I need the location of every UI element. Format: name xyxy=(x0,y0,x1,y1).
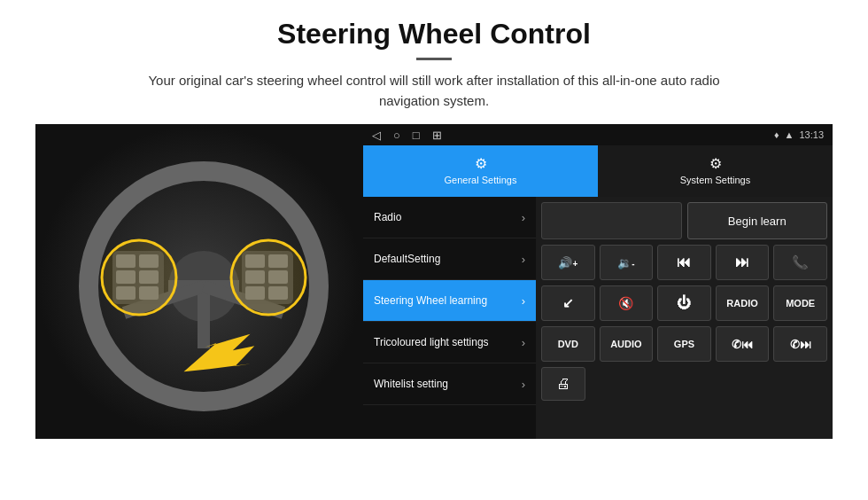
begin-learn-button[interactable]: Begin learn xyxy=(687,202,828,239)
chevron-icon-steering: › xyxy=(522,294,525,308)
gear-icon: ⚙ xyxy=(475,155,487,172)
tab-system[interactable]: ⚙ System Settings xyxy=(598,145,833,197)
power-icon: ⏻ xyxy=(677,295,691,311)
phone-next-button[interactable]: ✆⏭ xyxy=(773,326,827,362)
right-panel: Begin learn 🔊+ 🔉- ⏮ xyxy=(536,197,833,439)
page-title: Steering Wheel Control xyxy=(35,18,833,51)
prev-button[interactable]: ⏮ xyxy=(657,245,711,280)
menu-list: Radio › DefaultSetting › Steering Wheel … xyxy=(363,197,536,439)
menu-label-tricoloured: Tricoloured light settings xyxy=(374,336,489,348)
answer-button[interactable]: ↙ xyxy=(541,285,595,321)
phone-next-icon: ✆⏭ xyxy=(790,338,811,351)
mute-button[interactable]: 🔇 xyxy=(600,285,654,321)
menu-item-whitelist[interactable]: Whitelist setting › xyxy=(363,363,536,405)
back-icon[interactable]: ◁ xyxy=(372,129,381,142)
mode-button[interactable]: MODE xyxy=(773,285,827,321)
audio-label: AUDIO xyxy=(610,339,641,349)
phone-prev-icon: ✆⏮ xyxy=(732,338,753,351)
wheel-svg xyxy=(75,158,332,415)
function-buttons-row1: 🔊+ 🔉- ⏮ ⏭ 📞 xyxy=(541,245,827,280)
next-button[interactable]: ⏭ xyxy=(716,245,770,280)
status-bar: ◁ ○ □ ⊞ ♦ ▲ 13:13 xyxy=(363,124,833,145)
call-icon: 📞 xyxy=(792,254,809,270)
system-icon: ⚙ xyxy=(709,155,722,172)
begin-learn-row: Begin learn xyxy=(541,202,827,239)
tabs-row: ⚙ General Settings ⚙ System Settings xyxy=(363,145,833,197)
recent-icon[interactable]: □ xyxy=(413,129,420,142)
wifi-icon: ▲ xyxy=(785,129,794,140)
mute-icon: 🔇 xyxy=(618,296,633,310)
radio-label: RADIO xyxy=(726,298,757,309)
menu-label-steering: Steering Wheel learning xyxy=(374,294,487,307)
menu-item-radio[interactable]: Radio › xyxy=(363,197,536,238)
gps-label: GPS xyxy=(674,339,694,349)
content-area: ◁ ○ □ ⊞ ♦ ▲ 13:13 ⚙ General Settings xyxy=(35,124,833,439)
grid-icon[interactable]: ⊞ xyxy=(432,129,442,142)
audio-button[interactable]: AUDIO xyxy=(600,326,654,362)
chevron-icon-tricoloured: › xyxy=(522,336,525,349)
gps-button[interactable]: GPS xyxy=(657,326,711,362)
svg-point-21 xyxy=(231,240,306,315)
menu-label-radio: Radio xyxy=(374,211,401,223)
power-button[interactable]: ⏻ xyxy=(657,285,711,321)
page-subtitle: Your original car's steering wheel contr… xyxy=(124,71,744,111)
menu-content-area: Radio › DefaultSetting › Steering Wheel … xyxy=(363,197,833,439)
menu-item-default[interactable]: DefaultSetting › xyxy=(363,238,536,280)
prev-icon: ⏮ xyxy=(677,254,691,270)
title-section: Steering Wheel Control Your original car… xyxy=(35,18,833,111)
steering-wheel-photo xyxy=(35,124,363,439)
wheel-container xyxy=(75,158,323,406)
tab-general-label: General Settings xyxy=(445,175,517,185)
menu-item-tricoloured[interactable]: Tricoloured light settings › xyxy=(363,322,536,363)
title-divider xyxy=(416,58,452,60)
call-button[interactable]: 📞 xyxy=(773,245,827,280)
tab-general[interactable]: ⚙ General Settings xyxy=(363,145,598,197)
dvd-button[interactable]: DVD xyxy=(541,326,595,362)
page-wrapper: Steering Wheel Control Your original car… xyxy=(0,0,868,448)
chevron-icon-default: › xyxy=(522,253,525,266)
mode-label: MODE xyxy=(786,298,815,309)
svg-point-20 xyxy=(102,240,176,315)
print-icon-button[interactable]: 🖨 xyxy=(541,367,585,401)
home-icon[interactable]: ○ xyxy=(393,129,400,142)
function-buttons-row2: ↙ 🔇 ⏻ RADIO MODE xyxy=(541,285,827,321)
status-right: ♦ ▲ 13:13 xyxy=(774,129,824,140)
bottom-icon-row: 🖨 xyxy=(541,367,827,401)
chevron-icon-radio: › xyxy=(522,211,525,224)
radio-button[interactable]: RADIO xyxy=(716,285,770,321)
device-panel: ◁ ○ □ ⊞ ♦ ▲ 13:13 ⚙ General Settings xyxy=(363,124,833,439)
empty-input-box xyxy=(541,202,682,239)
svg-rect-3 xyxy=(198,286,210,348)
vol-down-button[interactable]: 🔉- xyxy=(600,245,654,280)
wheel-background xyxy=(35,124,363,439)
vol-up-button[interactable]: 🔊+ xyxy=(541,245,595,280)
tab-system-label: System Settings xyxy=(680,175,750,185)
menu-label-whitelist: Whitelist setting xyxy=(374,378,448,390)
vol-up-icon: 🔊+ xyxy=(558,256,577,270)
clock: 13:13 xyxy=(799,129,824,140)
dvd-label: DVD xyxy=(558,339,578,349)
chevron-icon-whitelist: › xyxy=(522,378,525,391)
print-icon: 🖨 xyxy=(556,376,570,392)
menu-item-steering[interactable]: Steering Wheel learning › xyxy=(363,280,536,322)
vol-down-icon: 🔉- xyxy=(617,256,634,270)
function-buttons-row3: DVD AUDIO GPS ✆⏮ ✆⏭ xyxy=(541,326,827,362)
nav-icons: ◁ ○ □ ⊞ xyxy=(372,129,442,142)
location-icon: ♦ xyxy=(774,129,779,140)
phone-prev-button[interactable]: ✆⏮ xyxy=(716,326,770,362)
next-icon: ⏭ xyxy=(735,254,749,270)
menu-label-default: DefaultSetting xyxy=(374,253,440,265)
answer-icon: ↙ xyxy=(562,295,574,311)
